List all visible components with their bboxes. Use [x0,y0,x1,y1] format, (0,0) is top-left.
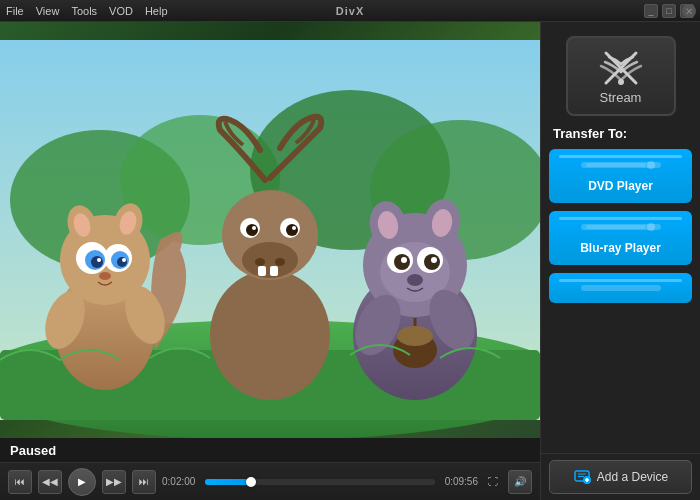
status-bar: Paused [0,438,540,462]
svg-point-55 [397,326,433,346]
dvd-player-item[interactable]: DVD Player [549,149,692,203]
skip-back-button[interactable]: ⏮ [8,470,32,494]
svg-point-34 [255,258,265,266]
svg-point-21 [99,272,111,280]
playback-status: Paused [10,443,56,458]
right-panel: ✕ Stream Transfer To: [540,22,700,500]
video-area: Paused ⏮ ◀◀ ▶ ▶▶ ⏭ 0:02:00 0:09:56 ⛶ 🔊 [0,22,540,500]
svg-rect-36 [258,266,266,276]
add-device-label: Add a Device [597,470,668,484]
svg-point-30 [246,224,258,236]
svg-rect-64 [586,225,646,229]
controls-bar: ⏮ ◀◀ ▶ ▶▶ ⏭ 0:02:00 0:09:56 ⛶ 🔊 [0,462,540,500]
menu-vod[interactable]: VOD [109,5,133,17]
current-time: 0:02:00 [162,476,195,487]
svg-point-17 [91,256,103,268]
video-container[interactable] [0,22,540,438]
play-pause-button[interactable]: ▶ [68,468,96,496]
svg-point-49 [401,257,407,263]
add-device-section: Add a Device [541,453,700,500]
svg-point-31 [286,224,298,236]
svg-point-32 [252,226,256,230]
progress-thumb[interactable] [246,477,256,487]
volume-button[interactable]: 🔊 [508,470,532,494]
main-layout: Paused ⏮ ◀◀ ▶ ▶▶ ⏭ 0:02:00 0:09:56 ⛶ 🔊 ✕ [0,22,700,500]
title-bar: File View Tools VOD Help DivX _ □ ✕ [0,0,700,22]
menu-help[interactable]: Help [145,5,168,17]
menu-file[interactable]: File [6,5,24,17]
svg-point-65 [647,223,655,231]
third-device-item[interactable] [549,273,692,303]
svg-rect-61 [586,163,646,167]
svg-point-18 [117,257,127,267]
add-device-icon [573,467,591,488]
svg-point-50 [431,257,437,263]
dvd-player-label: DVD Player [588,179,653,193]
bluray-player-label: Blu-ray Player [580,241,661,255]
svg-point-33 [292,226,296,230]
fullscreen-button[interactable]: ⛶ [484,473,502,491]
svg-point-35 [275,258,285,266]
device-list: DVD Player Blu-ray Player [541,149,700,453]
rewind-button[interactable]: ◀◀ [38,470,62,494]
stream-icon [596,48,646,86]
third-device-icon [581,282,661,294]
progress-bar[interactable] [205,479,434,485]
total-time: 0:09:56 [445,476,478,487]
transfer-to-label: Transfer To: [541,126,700,149]
bluray-icon [581,221,661,233]
menu-tools[interactable]: Tools [71,5,97,17]
svg-point-19 [97,258,101,262]
svg-point-51 [407,274,423,286]
svg-point-20 [122,258,126,262]
svg-rect-66 [581,285,661,291]
add-device-button[interactable]: Add a Device [549,460,692,494]
skip-forward-button[interactable]: ⏭ [132,470,156,494]
progress-fill [205,479,251,485]
stream-button[interactable]: Stream [566,36,676,116]
bluray-player-item[interactable]: Blu-ray Player [549,211,692,265]
svg-rect-37 [270,266,278,276]
svg-point-62 [647,161,655,169]
video-frame [0,22,540,438]
menu-view[interactable]: View [36,5,60,17]
panel-close-button[interactable]: ✕ [682,4,696,18]
dvd-icon [581,159,661,171]
menu-bar: File View Tools VOD Help [6,5,168,17]
fast-forward-button[interactable]: ▶▶ [102,470,126,494]
maximize-button[interactable]: □ [662,4,676,18]
scene-svg [0,22,540,438]
svg-point-59 [618,79,624,85]
app-title: DivX [336,5,364,17]
stream-label: Stream [600,90,642,105]
minimize-button[interactable]: _ [644,4,658,18]
